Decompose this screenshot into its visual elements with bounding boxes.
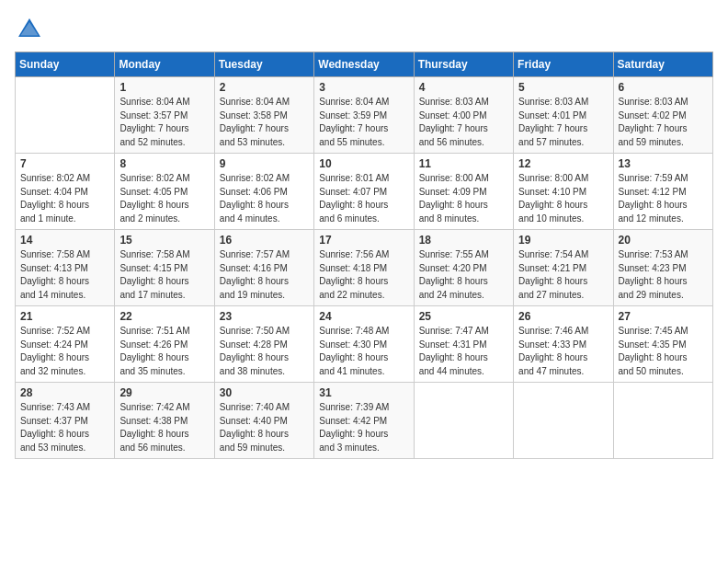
day-info: Sunrise: 8:03 AM Sunset: 4:02 PM Dayligh… — [619, 96, 708, 149]
day-info: Sunrise: 8:00 AM Sunset: 4:10 PM Dayligh… — [518, 172, 608, 225]
calendar-table: SundayMondayTuesdayWednesdayThursdayFrid… — [15, 52, 713, 459]
calendar-cell: 11Sunrise: 8:00 AM Sunset: 4:09 PM Dayli… — [414, 154, 513, 230]
day-info: Sunrise: 7:46 AM Sunset: 4:33 PM Dayligh… — [518, 325, 608, 378]
calendar-cell: 18Sunrise: 7:55 AM Sunset: 4:20 PM Dayli… — [414, 230, 513, 306]
day-number: 8 — [119, 157, 209, 170]
day-info: Sunrise: 8:04 AM Sunset: 3:58 PM Dayligh… — [220, 96, 309, 149]
calendar-cell — [514, 383, 613, 459]
day-number: 12 — [518, 157, 608, 170]
calendar-week-row: 1Sunrise: 8:04 AM Sunset: 3:57 PM Daylig… — [16, 77, 713, 154]
calendar-cell: 10Sunrise: 8:01 AM Sunset: 4:07 PM Dayli… — [314, 154, 414, 230]
calendar-cell: 4Sunrise: 8:03 AM Sunset: 4:00 PM Daylig… — [414, 77, 513, 154]
day-number: 19 — [518, 234, 608, 247]
calendar-week-row: 7Sunrise: 8:02 AM Sunset: 4:04 PM Daylig… — [16, 154, 713, 230]
day-info: Sunrise: 7:55 AM Sunset: 4:20 PM Dayligh… — [419, 248, 508, 302]
calendar-cell: 3Sunrise: 8:04 AM Sunset: 3:59 PM Daylig… — [314, 77, 414, 154]
day-number: 11 — [419, 157, 508, 170]
calendar-cell: 15Sunrise: 7:58 AM Sunset: 4:15 PM Dayli… — [115, 230, 214, 306]
day-info: Sunrise: 8:02 AM Sunset: 4:04 PM Dayligh… — [20, 172, 109, 225]
day-header-saturday: Saturday — [613, 52, 712, 77]
day-info: Sunrise: 8:02 AM Sunset: 4:05 PM Dayligh… — [119, 172, 209, 225]
day-number: 2 — [220, 81, 309, 94]
day-info: Sunrise: 7:48 AM Sunset: 4:30 PM Dayligh… — [319, 325, 408, 378]
calendar-cell: 8Sunrise: 8:02 AM Sunset: 4:05 PM Daylig… — [115, 154, 214, 230]
day-number: 23 — [220, 310, 309, 323]
day-info: Sunrise: 8:00 AM Sunset: 4:09 PM Dayligh… — [419, 172, 508, 225]
day-header-friday: Friday — [514, 52, 613, 77]
day-number: 25 — [419, 310, 508, 323]
calendar-cell: 13Sunrise: 7:59 AM Sunset: 4:12 PM Dayli… — [613, 154, 712, 230]
day-info: Sunrise: 7:52 AM Sunset: 4:24 PM Dayligh… — [20, 325, 109, 378]
calendar-cell — [414, 383, 513, 459]
calendar-cell: 5Sunrise: 8:03 AM Sunset: 4:01 PM Daylig… — [514, 77, 613, 154]
calendar-cell: 29Sunrise: 7:42 AM Sunset: 4:38 PM Dayli… — [115, 383, 214, 459]
day-number: 1 — [119, 81, 209, 94]
day-info: Sunrise: 8:01 AM Sunset: 4:07 PM Dayligh… — [319, 172, 408, 225]
calendar-week-row: 21Sunrise: 7:52 AM Sunset: 4:24 PM Dayli… — [16, 306, 713, 383]
logo — [15, 15, 48, 44]
day-number: 4 — [419, 81, 508, 94]
calendar-cell: 25Sunrise: 7:47 AM Sunset: 4:31 PM Dayli… — [414, 306, 513, 383]
calendar-cell: 6Sunrise: 8:03 AM Sunset: 4:02 PM Daylig… — [613, 77, 712, 154]
day-info: Sunrise: 7:51 AM Sunset: 4:26 PM Dayligh… — [119, 325, 209, 378]
day-number: 21 — [20, 310, 109, 323]
day-number: 10 — [319, 157, 408, 170]
calendar-cell: 27Sunrise: 7:45 AM Sunset: 4:35 PM Dayli… — [613, 306, 712, 383]
day-info: Sunrise: 7:54 AM Sunset: 4:21 PM Dayligh… — [518, 248, 608, 302]
day-number: 27 — [619, 310, 708, 323]
day-number: 13 — [619, 157, 708, 170]
day-header-thursday: Thursday — [414, 52, 513, 77]
day-number: 5 — [518, 81, 608, 94]
calendar-cell: 9Sunrise: 8:02 AM Sunset: 4:06 PM Daylig… — [214, 154, 313, 230]
day-number: 6 — [619, 81, 708, 94]
day-number: 15 — [119, 234, 209, 247]
day-info: Sunrise: 7:58 AM Sunset: 4:13 PM Dayligh… — [20, 248, 109, 302]
day-info: Sunrise: 7:53 AM Sunset: 4:23 PM Dayligh… — [619, 248, 708, 302]
calendar-cell: 26Sunrise: 7:46 AM Sunset: 4:33 PM Dayli… — [514, 306, 613, 383]
calendar-cell: 28Sunrise: 7:43 AM Sunset: 4:37 PM Dayli… — [16, 383, 115, 459]
calendar-cell: 30Sunrise: 7:40 AM Sunset: 4:40 PM Dayli… — [214, 383, 313, 459]
calendar-cell: 19Sunrise: 7:54 AM Sunset: 4:21 PM Dayli… — [514, 230, 613, 306]
calendar-cell: 16Sunrise: 7:57 AM Sunset: 4:16 PM Dayli… — [214, 230, 313, 306]
day-info: Sunrise: 7:39 AM Sunset: 4:42 PM Dayligh… — [319, 401, 408, 454]
day-number: 24 — [319, 310, 408, 323]
calendar-cell — [613, 383, 712, 459]
day-info: Sunrise: 8:04 AM Sunset: 3:59 PM Dayligh… — [319, 96, 408, 149]
day-number: 14 — [20, 234, 109, 247]
day-info: Sunrise: 8:03 AM Sunset: 4:00 PM Dayligh… — [419, 96, 508, 149]
day-number: 17 — [319, 234, 408, 247]
calendar-cell: 2Sunrise: 8:04 AM Sunset: 3:58 PM Daylig… — [214, 77, 313, 154]
day-number: 9 — [220, 157, 309, 170]
day-info: Sunrise: 7:57 AM Sunset: 4:16 PM Dayligh… — [220, 248, 309, 302]
calendar-week-row: 28Sunrise: 7:43 AM Sunset: 4:37 PM Dayli… — [16, 383, 713, 459]
logo-icon — [15, 15, 44, 44]
day-info: Sunrise: 7:40 AM Sunset: 4:40 PM Dayligh… — [220, 401, 309, 454]
day-number: 7 — [20, 157, 109, 170]
day-info: Sunrise: 8:02 AM Sunset: 4:06 PM Dayligh… — [220, 172, 309, 225]
day-header-tuesday: Tuesday — [214, 52, 313, 77]
calendar-cell: 17Sunrise: 7:56 AM Sunset: 4:18 PM Dayli… — [314, 230, 414, 306]
calendar-week-row: 14Sunrise: 7:58 AM Sunset: 4:13 PM Dayli… — [16, 230, 713, 306]
day-number: 31 — [319, 386, 408, 399]
day-header-sunday: Sunday — [16, 52, 115, 77]
day-info: Sunrise: 8:03 AM Sunset: 4:01 PM Dayligh… — [518, 96, 608, 149]
day-info: Sunrise: 7:42 AM Sunset: 4:38 PM Dayligh… — [119, 401, 209, 454]
day-number: 28 — [20, 386, 109, 399]
calendar-cell: 14Sunrise: 7:58 AM Sunset: 4:13 PM Dayli… — [16, 230, 115, 306]
day-header-wednesday: Wednesday — [314, 52, 414, 77]
day-number: 26 — [518, 310, 608, 323]
calendar-cell: 24Sunrise: 7:48 AM Sunset: 4:30 PM Dayli… — [314, 306, 414, 383]
calendar-cell: 21Sunrise: 7:52 AM Sunset: 4:24 PM Dayli… — [16, 306, 115, 383]
day-info: Sunrise: 7:47 AM Sunset: 4:31 PM Dayligh… — [419, 325, 508, 378]
calendar-cell: 22Sunrise: 7:51 AM Sunset: 4:26 PM Dayli… — [115, 306, 214, 383]
day-info: Sunrise: 7:59 AM Sunset: 4:12 PM Dayligh… — [619, 172, 708, 225]
page-header — [15, 15, 713, 44]
day-info: Sunrise: 7:50 AM Sunset: 4:28 PM Dayligh… — [220, 325, 309, 378]
day-number: 22 — [119, 310, 209, 323]
day-header-monday: Monday — [115, 52, 214, 77]
day-number: 30 — [220, 386, 309, 399]
day-number: 16 — [220, 234, 309, 247]
calendar-header-row: SundayMondayTuesdayWednesdayThursdayFrid… — [16, 52, 713, 77]
calendar-cell — [16, 77, 115, 154]
calendar-cell: 31Sunrise: 7:39 AM Sunset: 4:42 PM Dayli… — [314, 383, 414, 459]
